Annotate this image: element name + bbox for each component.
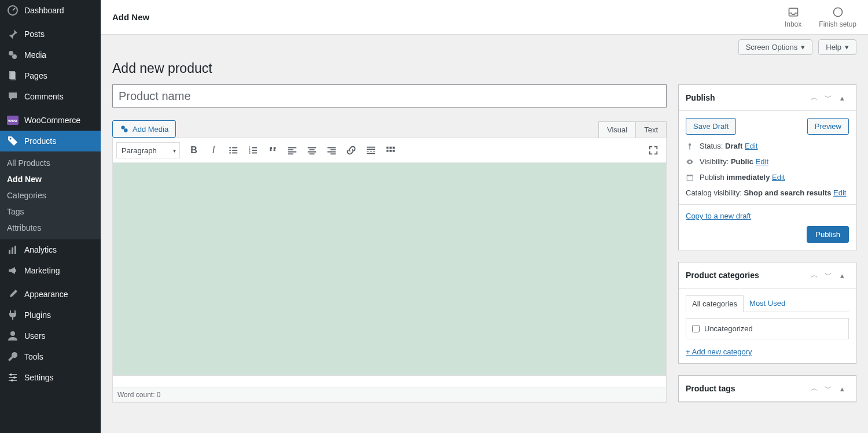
svg-rect-27 [252,147,257,149]
chevron-down-icon: ▾ [801,43,805,51]
woocommerce-icon: woo [7,114,19,126]
tab-most-used[interactable]: Most Used [744,295,791,312]
fullscreen-button[interactable] [644,141,663,160]
finish-label: Finish setup [819,20,856,28]
category-checkbox[interactable] [692,325,700,332]
sidebar-comments[interactable]: Comments [0,86,101,107]
svg-rect-48 [373,151,376,152]
help-button[interactable]: Help ▾ [818,39,856,55]
media-icon [7,49,19,61]
preview-button[interactable]: Preview [807,118,849,135]
read-more-button[interactable] [362,141,380,160]
move-down-icon[interactable]: ﹀ [821,91,835,105]
products-icon [7,135,19,147]
blockquote-button[interactable] [263,141,282,160]
media-icon [120,124,129,134]
editor-status-bar [112,376,667,387]
sidebar-label: Tools [24,352,43,361]
svg-point-13 [10,373,12,376]
user-icon [7,330,19,342]
sidebar-analytics[interactable]: Analytics [0,239,101,260]
sidebar-users[interactable]: Users [0,325,101,346]
edit-visibility-link[interactable]: Edit [756,157,768,166]
align-right-button[interactable] [322,141,341,160]
sidebar-appearance[interactable]: Appearance [0,284,101,305]
svg-rect-49 [367,153,375,154]
numbered-list-button[interactable]: 123 [244,141,262,160]
collapse-icon[interactable]: ▴ [835,268,849,282]
svg-point-9 [10,331,15,336]
tab-all-categories[interactable]: All categories [686,295,744,312]
italic-button[interactable]: I [204,141,223,160]
sub-all-products[interactable]: All Products [0,155,101,171]
sidebar-posts[interactable]: Posts [0,24,101,45]
sidebar-marketing[interactable]: Marketing [0,260,101,281]
sidebar-woocommerce[interactable]: woo WooCommerce [0,110,101,131]
tags-box: Product tags ︿ ﹀ ▴ [678,375,856,402]
svg-rect-35 [288,153,293,154]
sub-add-new[interactable]: Add New [0,171,101,187]
inbox-icon [788,6,799,18]
svg-rect-4 [10,72,16,80]
svg-point-22 [229,150,231,151]
sidebar-label: Analytics [24,245,57,254]
add-new-category-link[interactable]: + Add new category [686,347,849,356]
svg-rect-42 [328,151,336,153]
sidebar-tools[interactable]: Tools [0,346,101,367]
sidebar-label: Posts [24,29,45,39]
product-name-input[interactable] [112,84,667,108]
editor-tab-visual[interactable]: Visual [598,121,635,138]
sub-tags[interactable]: Tags [0,203,101,220]
sidebar-label: Marketing [24,266,60,275]
sidebar-label: Media [24,50,46,60]
svg-rect-52 [393,147,395,149]
add-media-button[interactable]: Add Media [112,120,176,138]
edit-date-link[interactable]: Edit [772,173,785,182]
finish-setup-button[interactable]: Finish setup [819,6,856,28]
svg-rect-43 [330,153,336,154]
move-up-icon[interactable]: ︿ [807,268,821,282]
move-down-icon[interactable]: ﹀ [821,382,835,395]
move-up-icon[interactable]: ︿ [807,382,821,395]
sidebar-products[interactable]: Products [0,131,101,151]
sidebar-label: Users [24,331,46,341]
publish-heading: Publish [686,93,807,102]
sidebar-pages[interactable]: Pages [0,65,101,86]
align-center-button[interactable] [303,141,321,160]
sub-attributes[interactable]: Attributes [0,220,101,236]
category-uncategorized[interactable]: Uncategorized [692,324,843,333]
toolbar-toggle-button[interactable] [381,141,400,160]
svg-rect-23 [232,150,237,151]
inbox-button[interactable]: Inbox [785,6,801,28]
bullet-list-button[interactable] [224,141,242,160]
editor-content-area[interactable] [112,163,667,376]
screen-options-button[interactable]: Screen Options ▾ [738,39,813,55]
sidebar-label: WooCommerce [24,116,80,125]
collapse-icon[interactable]: ▴ [835,382,849,395]
sub-categories[interactable]: Categories [0,187,101,203]
bold-button[interactable]: B [185,141,203,160]
align-left-button[interactable] [283,141,301,160]
brush-icon [7,288,19,300]
sidebar-plugins[interactable]: Plugins [0,305,101,325]
sidebar-dashboard[interactable]: Dashboard [0,0,101,21]
save-draft-button[interactable]: Save Draft [686,118,736,135]
edit-status-link[interactable]: Edit [745,142,757,150]
publish-button[interactable]: Publish [807,226,849,243]
edit-catalog-link[interactable]: Edit [833,188,846,197]
svg-rect-57 [689,145,690,149]
pin-icon [7,28,19,40]
svg-point-20 [229,147,231,149]
sidebar-media[interactable]: Media [0,45,101,65]
sidebar-label: Pages [24,71,47,80]
link-button[interactable] [342,141,361,160]
paragraph-select[interactable]: Paragraph [116,142,180,158]
collapse-icon[interactable]: ▴ [835,91,849,105]
sidebar-settings[interactable]: Settings [0,367,101,388]
move-down-icon[interactable]: ﹀ [821,268,835,282]
svg-rect-6 [9,250,10,254]
move-up-icon[interactable]: ︿ [807,91,821,105]
editor-tab-text[interactable]: Text [635,121,667,138]
copy-draft-link[interactable]: Copy to a new draft [686,212,751,220]
svg-rect-55 [393,150,395,152]
